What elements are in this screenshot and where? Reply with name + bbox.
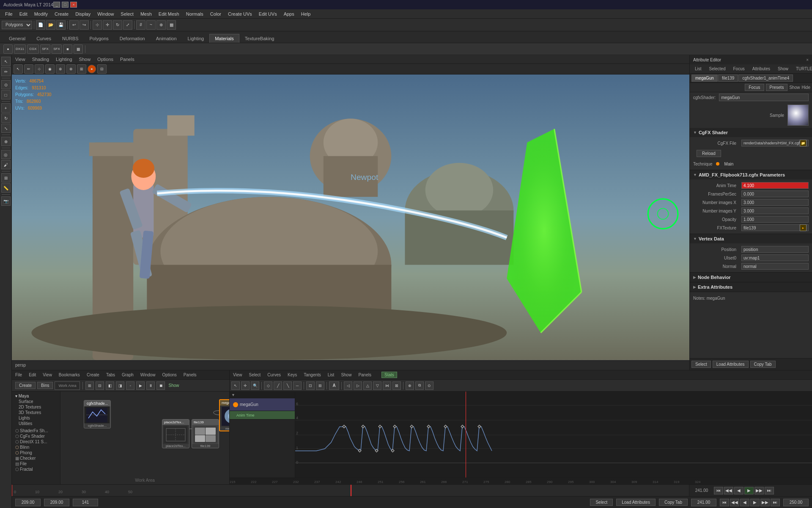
ne-node-megagun[interactable]: megaGun megaGun — [219, 399, 229, 431]
snap-point[interactable]: ⊕ — [156, 20, 166, 30]
vertex-section-header[interactable]: ▼ Vertex Data — [690, 234, 812, 243]
cgfx-section-header[interactable]: ▼ CgFX Shader — [690, 128, 812, 137]
ne-sidebar[interactable]: ▾ Maya Surface 2D Textures 3D Textures L… — [12, 392, 60, 484]
ne-btn3[interactable]: ◧ — [106, 381, 114, 390]
ce-btn-t1[interactable]: ◁ — [344, 381, 352, 390]
ne-menu-panels[interactable]: Panels — [184, 373, 197, 377]
ne-menu-view[interactable]: View — [43, 373, 52, 377]
vp-tool5[interactable]: ⊕ — [56, 64, 65, 74]
ce-menu-show[interactable]: Show — [341, 373, 351, 377]
open-btn[interactable]: 📂 — [46, 20, 55, 30]
attr-scroll-area[interactable]: ▼ CgFX Shader CgFX File 📁 — [690, 128, 812, 358]
ce-btn-frame[interactable]: ⊡ — [306, 381, 315, 390]
tab-animation[interactable]: Animation — [151, 34, 182, 43]
marquee-tool[interactable]: □ — [1, 90, 11, 99]
minimize-btn[interactable]: _ — [53, 2, 60, 8]
sfx2-btn[interactable]: SFX — [52, 44, 62, 54]
focus-btn[interactable]: Focus — [745, 84, 764, 91]
transport-play-fwd[interactable]: ▶ — [744, 487, 754, 494]
attr-load-attrs-btn[interactable]: Load Attributes — [713, 361, 749, 368]
redo-btn[interactable]: ↪ — [80, 20, 89, 30]
ne-menu-window[interactable]: Window — [140, 373, 156, 377]
attr-tab-show[interactable]: Show — [774, 66, 792, 72]
viewport-menu-show[interactable]: Show — [79, 57, 91, 62]
node-tab-animtime[interactable]: cgfxShader1_animTime4 — [738, 75, 793, 82]
ne-canvas[interactable]: cgfxShade... cgfxShade... — [60, 392, 229, 484]
snap-curve[interactable]: ~ — [146, 20, 156, 30]
viewport-menu-lighting[interactable]: Lighting — [56, 57, 72, 62]
bb-time-display[interactable] — [691, 499, 716, 506]
fx-texture-input[interactable] — [743, 226, 800, 230]
ne-menu-graph[interactable]: Graph — [122, 373, 134, 377]
ne-btn4[interactable]: ◨ — [116, 381, 124, 390]
ne-node-file[interactable]: ▤ File — [14, 461, 58, 467]
ne-btn5[interactable]: ◦ — [126, 381, 134, 390]
vp-tool4[interactable]: ◉ — [45, 64, 55, 74]
attr-select-btn[interactable]: Select — [691, 361, 711, 368]
transport-skip-end[interactable]: ⏭ — [765, 487, 774, 494]
num-images-x-input[interactable] — [743, 200, 807, 205]
attr-editor-close[interactable]: × — [806, 58, 809, 62]
menu-create[interactable]: Create — [51, 11, 72, 17]
paint-tool[interactable]: ✏ — [1, 67, 11, 76]
transport-next-frame[interactable]: ▶▶ — [754, 487, 764, 494]
viewport-menu-panels[interactable]: Panels — [120, 57, 134, 62]
snap-surface[interactable]: ▦ — [167, 20, 176, 30]
menu-color[interactable]: Color — [207, 11, 225, 17]
params-section-header[interactable]: ▼ AMD_FX_Flipbook713.cgfx Parameters — [690, 170, 812, 179]
cgfx-file-input[interactable] — [743, 141, 800, 145]
anim-time-input[interactable] — [743, 183, 807, 188]
dx11-btn[interactable]: DX11 — [14, 44, 26, 54]
ne-tree-maya[interactable]: ▾ Maya — [14, 393, 58, 399]
bb-end-frame[interactable] — [44, 499, 69, 506]
ne-btn8[interactable]: ⏹ — [156, 381, 165, 390]
select-tool[interactable]: ⊹ — [93, 20, 102, 30]
menu-mesh[interactable]: Mesh — [137, 11, 155, 17]
ce-menu-keys[interactable]: Keys — [288, 373, 297, 377]
normal-input[interactable] — [743, 264, 807, 269]
transport-prev-key[interactable]: ◀◀ — [724, 487, 733, 494]
bb-frame-input[interactable] — [73, 499, 98, 506]
vp-tool6[interactable]: ⊗ — [66, 64, 76, 74]
uvset0-input[interactable] — [743, 256, 807, 260]
transport-prev-frame[interactable]: ◀ — [734, 487, 743, 494]
ce-btn-copy[interactable]: ⧉ — [415, 381, 424, 390]
tab-texturebaking[interactable]: TextureBaking — [239, 34, 280, 43]
ce-btn-zoom[interactable]: 🔍 — [251, 381, 259, 390]
material-icon[interactable]: ■ — [63, 44, 72, 54]
ce-menu-panels[interactable]: Panels — [358, 373, 371, 377]
ce-btn-frame-all[interactable]: ⊞ — [316, 381, 324, 390]
ce-btn-tangent3[interactable]: ─ — [293, 381, 302, 390]
viewport-canvas[interactable]: Newpot Verts: 486754 — [12, 75, 689, 360]
ce-menu-list[interactable]: List — [328, 373, 335, 377]
ne-menu-file[interactable]: File — [15, 373, 22, 377]
menu-window[interactable]: Window — [94, 11, 117, 17]
ne-node-file139[interactable]: file139 file139 — [192, 419, 219, 448]
measure-tool[interactable]: 📏 — [1, 183, 11, 193]
viewport-menu-options[interactable]: Options — [97, 57, 113, 62]
menu-edit-mesh[interactable]: Edit Mesh — [155, 11, 183, 17]
menu-normals[interactable]: Normals — [183, 11, 207, 17]
vp-render-icon[interactable]: ● — [88, 65, 96, 73]
menu-help[interactable]: Help — [298, 11, 314, 17]
node-behavior-header[interactable]: ▶ Node Behavior — [690, 273, 812, 282]
ne-menu-create[interactable]: Create — [87, 373, 99, 377]
ne-tree-2d-textures[interactable]: 2D Textures — [14, 404, 58, 410]
timeline-frames[interactable]: 0 10 20 30 40 50 — [12, 485, 689, 496]
ce-btn-t3[interactable]: △ — [363, 381, 372, 390]
tab-general[interactable]: General — [3, 34, 31, 43]
rotate-lt[interactable]: ↻ — [1, 113, 11, 123]
scale-tool[interactable]: ⤢ — [123, 20, 132, 30]
transport-skip-start[interactable]: ⏮ — [714, 487, 723, 494]
copy-tab-btn[interactable]: Copy Tab — [659, 499, 688, 506]
sculpt-tool[interactable]: 🖌 — [1, 160, 11, 169]
ne-btn2[interactable]: ⊟ — [96, 381, 104, 390]
snap-grid[interactable]: # — [136, 20, 145, 30]
vp-select-icon[interactable]: ↖ — [14, 64, 23, 74]
ne-bins-btn[interactable]: Bins — [37, 382, 53, 389]
camera-tool[interactable]: 📷 — [1, 196, 11, 206]
cgfx-btn[interactable]: CGX — [27, 44, 39, 54]
node-tab-file139[interactable]: file139 — [718, 75, 738, 82]
reload-btn[interactable]: Reload — [697, 150, 721, 157]
sfx-btn[interactable]: SFX — [40, 44, 50, 54]
